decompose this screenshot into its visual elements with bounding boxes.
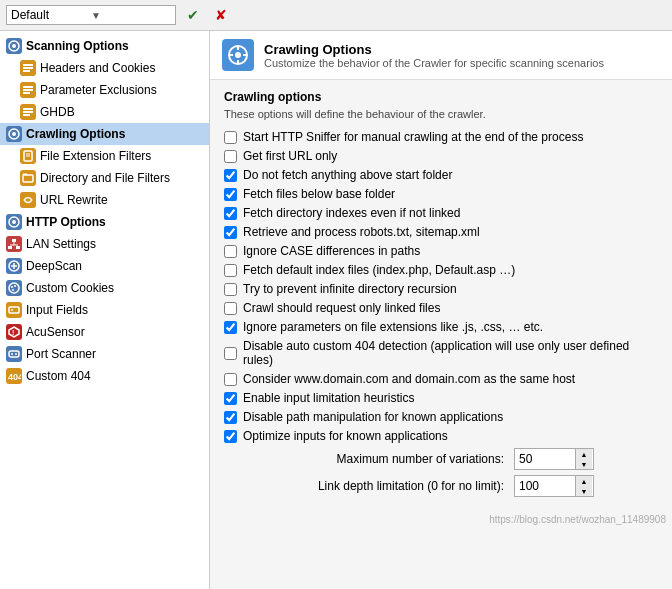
svg-point-35 xyxy=(11,353,13,355)
sidebar-item-ghdb[interactable]: GHDB xyxy=(0,101,209,123)
checkbox-row-retrieve-robots: Retrieve and process robots.txt, sitemap… xyxy=(224,225,658,239)
input-icon xyxy=(6,302,22,318)
spinbox-down-link-depth[interactable]: ▼ xyxy=(576,486,592,496)
lan-icon xyxy=(6,236,22,252)
checkbox-label-prevent-infinite: Try to prevent infinite directory recurs… xyxy=(243,282,457,296)
form-label-max-variations: Maximum number of variations: xyxy=(244,452,504,466)
svg-rect-3 xyxy=(23,67,33,69)
checkbox-label-optimize-inputs: Optimize inputs for known applications xyxy=(243,429,448,443)
sidebar-item-label: Scanning Options xyxy=(26,39,129,53)
checkbox-crawl-linked-only[interactable] xyxy=(224,302,237,315)
port-icon xyxy=(6,346,22,362)
sidebar-item-param-exclusions[interactable]: Parameter Exclusions xyxy=(0,79,209,101)
checkbox-fetch-default-index[interactable] xyxy=(224,264,237,277)
svg-text:404: 404 xyxy=(8,372,21,382)
sidebar-item-deepscan[interactable]: DeepScan xyxy=(0,255,209,277)
svg-rect-10 xyxy=(23,114,30,116)
spinbox-buttons-link-depth: ▲▼ xyxy=(575,476,592,496)
svg-point-36 xyxy=(15,353,17,355)
watermark: https://blog.csdn.net/wozhan_11489908 xyxy=(210,512,672,527)
panel-header-text: Crawling Options Customize the behavior … xyxy=(264,42,604,69)
sidebar-item-url-rewrite[interactable]: URL Rewrite xyxy=(0,189,209,211)
sidebar-item-lan-settings[interactable]: LAN Settings xyxy=(0,233,209,255)
checkbox-row-enable-input-limitation: Enable input limitation heuristics xyxy=(224,391,658,405)
svg-rect-5 xyxy=(23,86,33,88)
checkbox-disable-auto-404[interactable] xyxy=(224,347,237,360)
sidebar-item-directory-file-filters[interactable]: Directory and File Filters xyxy=(0,167,209,189)
checkbox-row-disable-auto-404: Disable auto custom 404 detection (appli… xyxy=(224,339,658,367)
checkbox-start-http-sniffer[interactable] xyxy=(224,131,237,144)
sidebar: Scanning OptionsHeaders and CookiesParam… xyxy=(0,31,210,589)
save-button[interactable]: ✔ xyxy=(182,4,204,26)
sidebar-item-scanning-options[interactable]: Scanning Options xyxy=(0,35,209,57)
main-panel: Crawling Options Customize the behavior … xyxy=(210,31,672,589)
sidebar-item-label: HTTP Options xyxy=(26,215,106,229)
checkbox-label-ignore-params-extensions: Ignore parameters on file extensions lik… xyxy=(243,320,543,334)
sidebar-item-label: Directory and File Filters xyxy=(40,171,170,185)
checkbox-disable-path-manipulation[interactable] xyxy=(224,411,237,424)
checkbox-consider-www[interactable] xyxy=(224,373,237,386)
crawl-icon xyxy=(6,126,22,142)
checkbox-label-disable-auto-404: Disable auto custom 404 detection (appli… xyxy=(243,339,658,367)
sidebar-item-label: File Extension Filters xyxy=(40,149,151,163)
sidebar-item-label: DeepScan xyxy=(26,259,82,273)
checkbox-fetch-directory-indexes[interactable] xyxy=(224,207,237,220)
checkbox-ignore-params-extensions[interactable] xyxy=(224,321,237,334)
spinbox-input-link-depth[interactable] xyxy=(515,476,575,496)
http-icon xyxy=(6,214,22,230)
discard-button[interactable]: ✘ xyxy=(210,4,232,26)
checkbox-prevent-infinite[interactable] xyxy=(224,283,237,296)
checkbox-row-optimize-inputs: Optimize inputs for known applications xyxy=(224,429,658,443)
checkbox-row-fetch-default-index: Fetch default index files (index.php, De… xyxy=(224,263,658,277)
checkbox-label-fetch-below-base: Fetch files below base folder xyxy=(243,187,395,201)
sidebar-item-headers-cookies[interactable]: Headers and Cookies xyxy=(0,57,209,79)
checkbox-retrieve-robots[interactable] xyxy=(224,226,237,239)
sidebar-item-input-fields[interactable]: Input Fields xyxy=(0,299,209,321)
sidebar-item-port-scanner[interactable]: Port Scanner xyxy=(0,343,209,365)
spinbox-up-max-variations[interactable]: ▲ xyxy=(576,449,592,459)
checkbox-ignore-case[interactable] xyxy=(224,245,237,258)
checkbox-row-crawl-linked-only: Crawl should request only linked files xyxy=(224,301,658,315)
svg-point-12 xyxy=(12,132,16,136)
checkbox-row-ignore-case: Ignore CASE differences in paths xyxy=(224,244,658,258)
sidebar-item-http-options[interactable]: HTTP Options xyxy=(0,211,209,233)
sidebar-item-label: Port Scanner xyxy=(26,347,96,361)
sidebar-item-file-extension-filters[interactable]: File Extension Filters xyxy=(0,145,209,167)
custom404-icon: 404 xyxy=(6,368,22,384)
svg-rect-34 xyxy=(9,351,19,357)
checkbox-row-consider-www: Consider www.domain.com and domain.com a… xyxy=(224,372,658,386)
checkbox-fetch-below-base[interactable] xyxy=(224,188,237,201)
param-icon xyxy=(20,82,36,98)
content-area: Scanning OptionsHeaders and CookiesParam… xyxy=(0,31,672,589)
checkbox-optimize-inputs[interactable] xyxy=(224,430,237,443)
formfields-container: Maximum number of variations:▲▼Link dept… xyxy=(224,448,658,497)
section-title: Crawling options xyxy=(224,90,658,104)
dirfilter-icon xyxy=(20,170,36,186)
cookies-icon xyxy=(6,280,22,296)
sidebar-item-custom-cookies[interactable]: Custom Cookies xyxy=(0,277,209,299)
svg-rect-19 xyxy=(12,239,16,242)
svg-point-29 xyxy=(14,285,16,287)
headers-icon xyxy=(20,60,36,76)
toolbar: Default ▼ ✔ ✘ xyxy=(0,0,672,31)
svg-rect-6 xyxy=(23,89,33,91)
sidebar-item-acusensor[interactable]: !AcuSensor xyxy=(0,321,209,343)
checkbox-no-fetch-above[interactable] xyxy=(224,169,237,182)
panel-header: Crawling Options Customize the behavior … xyxy=(210,31,672,80)
checkbox-row-no-fetch-above: Do not fetch anything above start folder xyxy=(224,168,658,182)
svg-rect-31 xyxy=(9,307,19,313)
svg-rect-21 xyxy=(16,246,20,249)
sidebar-item-crawling-options[interactable]: Crawling Options xyxy=(0,123,209,145)
checkbox-enable-input-limitation[interactable] xyxy=(224,392,237,405)
profile-dropdown[interactable]: Default ▼ xyxy=(6,5,176,25)
spinbox-input-max-variations[interactable] xyxy=(515,449,575,469)
checkbox-get-first-url[interactable] xyxy=(224,150,237,163)
checkbox-row-prevent-infinite: Try to prevent infinite directory recurs… xyxy=(224,282,658,296)
sidebar-item-label: GHDB xyxy=(40,105,75,119)
sidebar-item-custom-404[interactable]: 404Custom 404 xyxy=(0,365,209,387)
spinbox-up-link-depth[interactable]: ▲ xyxy=(576,476,592,486)
sidebar-item-label: URL Rewrite xyxy=(40,193,108,207)
svg-rect-20 xyxy=(8,246,12,249)
sidebar-item-label: AcuSensor xyxy=(26,325,85,339)
spinbox-down-max-variations[interactable]: ▼ xyxy=(576,459,592,469)
